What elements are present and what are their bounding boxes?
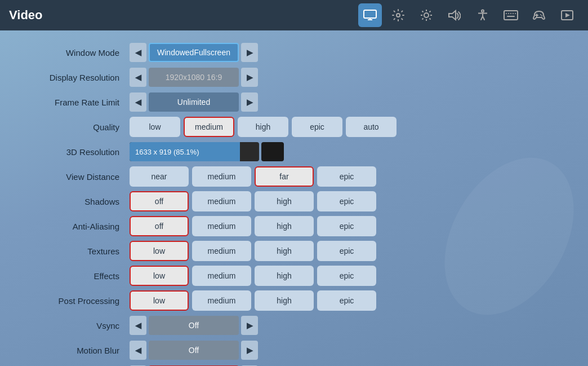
header: Video [0, 0, 588, 30]
view-epic-btn[interactable]: epic [317, 166, 376, 187]
anti-aliasing-label: Anti-Aliasing [23, 222, 130, 231]
aa-high-btn[interactable]: high [255, 216, 314, 236]
svg-marker-13 [449, 11, 456, 20]
textures-medium-btn[interactable]: medium [192, 241, 251, 261]
svg-point-26 [541, 15, 542, 16]
textures-low-btn[interactable]: low [130, 241, 189, 261]
display-res-right-btn[interactable]: ▶ [241, 68, 258, 87]
svg-point-4 [424, 13, 429, 17]
display-resolution-value: 1920x1080 16:9 [149, 68, 239, 87]
monitor-tab[interactable] [358, 3, 382, 27]
view-far-btn[interactable]: far [255, 166, 314, 187]
content-area: Window Mode ◀ WindowedFullscreen ▶ Displ… [0, 30, 588, 366]
resolution-3d-label: 3D Resolution [23, 147, 130, 157]
vsync-left-btn[interactable]: ◀ [130, 316, 146, 335]
window-mode-control: ◀ WindowedFullscreen ▶ [130, 43, 258, 62]
svg-line-11 [430, 11, 431, 12]
motion-blur-control: ◀ Off ▶ [130, 341, 258, 360]
aa-medium-btn[interactable]: medium [192, 216, 251, 236]
resolution-3d-control: 1633 x 919 (85.1%) [130, 142, 284, 161]
effects-high-btn[interactable]: high [255, 266, 314, 286]
svg-line-10 [430, 19, 431, 20]
quality-label: Quality [23, 122, 130, 132]
controller-tab[interactable] [527, 3, 551, 27]
resolution-bar-text: 1633 x 919 (85.1%) [135, 148, 199, 156]
frame-rate-control: ◀ Unlimited ▶ [130, 92, 258, 112]
shadows-medium-btn[interactable]: medium [192, 191, 251, 211]
shadows-label: Shadows [23, 197, 130, 206]
view-medium-btn[interactable]: medium [192, 166, 251, 187]
effects-row: Effects low medium high epic [23, 265, 565, 286]
shadows-options: off medium high epic [130, 191, 376, 211]
post-processing-label: Post Processing [23, 296, 130, 306]
svg-marker-28 [565, 13, 570, 17]
accessibility-tab[interactable] [471, 3, 495, 27]
window-mode-right-btn[interactable]: ▶ [241, 43, 258, 62]
effects-label: Effects [23, 271, 130, 281]
frame-rate-right-btn[interactable]: ▶ [241, 92, 258, 112]
textures-epic-btn[interactable]: epic [317, 241, 376, 261]
svg-point-3 [397, 14, 400, 17]
frame-rate-row: Frame Rate Limit ◀ Unlimited ▶ [23, 91, 565, 113]
quality-low-btn[interactable]: low [130, 117, 180, 137]
aa-off-btn[interactable]: off [130, 216, 189, 236]
effects-options: low medium high epic [130, 266, 376, 286]
quality-row: Quality low medium high epic auto [23, 116, 565, 138]
svg-line-9 [422, 11, 424, 12]
motion-blur-row: Motion Blur ◀ Off ▶ [23, 339, 565, 361]
textures-high-btn[interactable]: high [255, 241, 314, 261]
quality-high-btn[interactable]: high [238, 117, 288, 137]
motion-blur-label: Motion Blur [23, 346, 130, 355]
motion-blur-right-btn[interactable]: ▶ [241, 341, 258, 360]
aa-epic-btn[interactable]: epic [317, 216, 376, 236]
vsync-value: Off [149, 316, 239, 335]
motion-blur-left-btn[interactable]: ◀ [130, 341, 146, 360]
pp-medium-btn[interactable]: medium [192, 290, 251, 311]
frame-rate-left-btn[interactable]: ◀ [130, 92, 146, 112]
window-mode-left-btn[interactable]: ◀ [130, 43, 146, 62]
gear-tab[interactable] [386, 3, 410, 27]
textures-options: low medium high epic [130, 241, 376, 261]
anti-aliasing-row: Anti-Aliasing off medium high epic [23, 215, 565, 237]
display-res-left-btn[interactable]: ◀ [130, 68, 146, 87]
anti-aliasing-options: off medium high epic [130, 216, 376, 236]
page-title: Video [9, 8, 43, 23]
shadows-epic-btn[interactable]: epic [317, 191, 376, 211]
effects-medium-btn[interactable]: medium [192, 266, 251, 286]
effects-low-btn[interactable]: low [130, 266, 189, 286]
quality-epic-btn[interactable]: epic [292, 117, 342, 137]
quality-auto-btn[interactable]: auto [346, 117, 397, 137]
vsync-row: Vsync ◀ Off ▶ [23, 315, 565, 336]
pp-low-btn[interactable]: low [130, 290, 189, 311]
post-processing-row: Post Processing low medium high epic [23, 290, 565, 311]
display-resolution-control: ◀ 1920x1080 16:9 ▶ [130, 68, 258, 87]
resolution-3d-row: 3D Resolution 1633 x 919 (85.1%) [23, 141, 565, 162]
keyboard-tab[interactable] [499, 3, 523, 27]
motion-blur-value: Off [149, 341, 239, 360]
vsync-right-btn[interactable]: ▶ [241, 316, 258, 335]
shadows-off-btn[interactable]: off [130, 191, 189, 211]
window-mode-value: WindowedFullscreen [149, 43, 239, 62]
textures-row: Textures low medium high epic [23, 240, 565, 262]
svg-rect-0 [364, 10, 376, 18]
svg-line-12 [422, 19, 424, 20]
pp-epic-btn[interactable]: epic [317, 290, 376, 311]
resolution-bar-fill: 1633 x 919 (85.1%) [130, 142, 240, 161]
pp-high-btn[interactable]: high [255, 290, 314, 311]
display-resolution-row: Display Resolution ◀ 1920x1080 16:9 ▶ [23, 67, 565, 88]
shadows-high-btn[interactable]: high [255, 191, 314, 211]
effects-epic-btn[interactable]: epic [317, 266, 376, 286]
brightness-tab[interactable] [415, 3, 438, 27]
vsync-control: ◀ Off ▶ [130, 316, 258, 335]
replay-tab[interactable] [555, 3, 579, 27]
svg-rect-16 [504, 11, 518, 20]
svg-point-14 [482, 10, 484, 12]
resolution-bar-background[interactable]: 1633 x 919 (85.1%) [130, 142, 259, 161]
quality-medium-btn[interactable]: medium [184, 117, 234, 137]
frame-rate-value: Unlimited [149, 92, 239, 112]
frame-rate-label: Frame Rate Limit [23, 98, 130, 107]
header-icons [358, 3, 579, 27]
audio-tab[interactable] [443, 3, 466, 27]
view-distance-label: View Distance [23, 172, 130, 182]
view-near-btn[interactable]: near [130, 166, 189, 187]
